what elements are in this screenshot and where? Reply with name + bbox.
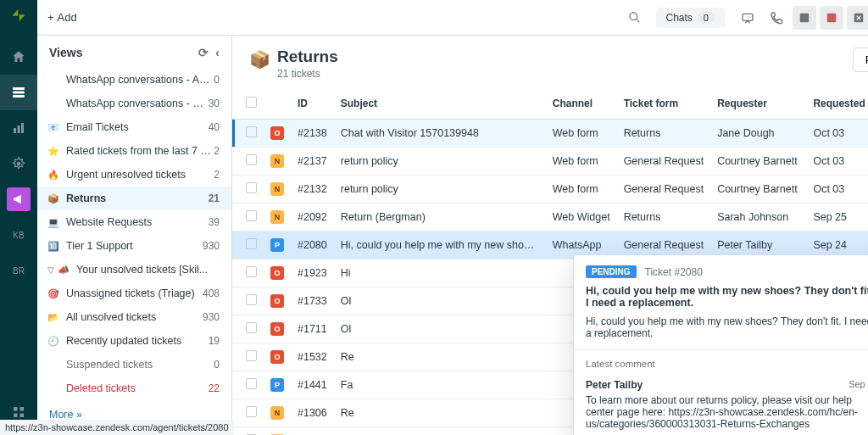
svg-rect-8 — [743, 14, 753, 20]
app-icon-3[interactable] — [847, 6, 868, 30]
page-subtitle: 21 tickets — [277, 68, 338, 80]
popup-author: Peter Tailby — [586, 379, 643, 391]
popup-date: Sep 24 — [849, 379, 868, 391]
status-icon: P — [270, 378, 284, 392]
popup-body: Hi, could you help me with my new shoes?… — [574, 315, 868, 349]
row-checkbox[interactable] — [246, 154, 257, 165]
play-button[interactable]: Play — [853, 47, 868, 72]
nav-views-icon[interactable] — [0, 75, 37, 110]
app-icon-1[interactable] — [793, 6, 816, 30]
svg-point-7 — [630, 13, 637, 20]
nav-reporting-icon[interactable] — [0, 110, 37, 146]
status-icon: N — [270, 154, 284, 168]
view-unassigned[interactable]: 🎯Unassigned tickets (Triage)408 — [37, 282, 231, 305]
view-whatsapp-unassigned[interactable]: WhatsApp conversations - Unass...30 — [37, 92, 231, 115]
view-list: WhatsApp conversations - Assig...0WhatsA… — [37, 68, 231, 435]
table-row[interactable]: O#2138Chat with Visitor 1570139948Web fo… — [232, 120, 868, 148]
col-requester[interactable]: Requester — [710, 88, 806, 120]
view-your-unsolved[interactable]: ▽📣Your unsolved tickets [Skil... — [37, 258, 231, 282]
col-id[interactable]: ID — [291, 88, 334, 120]
row-checkbox[interactable] — [246, 350, 257, 361]
row-checkbox[interactable] — [246, 406, 257, 417]
svg-rect-5 — [21, 123, 24, 133]
status-icon: P — [270, 238, 284, 252]
logo-icon — [10, 7, 27, 24]
table-row[interactable]: N#2092Return (Bergman)Web WidgetReturnsS… — [232, 204, 868, 231]
content-area: 📦 Returns 21 tickets Play ▾ ID — [232, 36, 868, 435]
svg-rect-0 — [13, 87, 25, 90]
status-icon: O — [270, 266, 284, 280]
status-icon: N — [270, 210, 284, 224]
chats-button[interactable]: Chats0 — [656, 8, 725, 28]
view-returns[interactable]: 📦Returns21 — [37, 187, 231, 210]
svg-rect-2 — [13, 95, 25, 98]
table-row[interactable]: N#2132return policyWeb formGeneral Reque… — [232, 176, 868, 204]
svg-rect-4 — [18, 125, 20, 133]
col-subject[interactable]: Subject — [334, 88, 546, 120]
view-deleted[interactable]: Deleted tickets22 — [37, 376, 231, 400]
row-checkbox[interactable] — [246, 294, 257, 305]
view-recent[interactable]: 🕘Recently updated tickets19 — [37, 329, 231, 353]
view-tier1[interactable]: 🔟Tier 1 Support930 — [37, 234, 231, 258]
view-website[interactable]: 💻Website Requests39 — [37, 210, 231, 234]
row-checkbox[interactable] — [246, 266, 257, 277]
phone-icon[interactable] — [764, 5, 789, 31]
row-checkbox[interactable] — [246, 238, 257, 249]
nav-kb-icon[interactable]: KB — [0, 217, 37, 253]
nav-home-icon[interactable] — [0, 39, 37, 75]
nav-marketing-icon[interactable] — [7, 187, 31, 211]
view-suspended[interactable]: Suspended tickets0 — [37, 353, 231, 376]
view-email-tickets[interactable]: 📧Email Tickets40 — [37, 115, 231, 139]
views-sidebar: Views ⟳ ‹ WhatsApp conversations - Assig… — [37, 36, 232, 435]
table-row[interactable]: N#2137return policyWeb formGeneral Reque… — [232, 148, 868, 176]
row-checkbox[interactable] — [246, 126, 257, 137]
search-button[interactable] — [622, 5, 648, 31]
topbar: +Add Chats0 — [37, 0, 868, 36]
collapse-icon[interactable]: ‹ — [215, 46, 220, 59]
col-form[interactable]: Ticket form — [617, 88, 711, 120]
view-whatsapp-assigned[interactable]: WhatsApp conversations - Assig...0 — [37, 68, 231, 92]
returns-icon: 📦 — [249, 49, 270, 70]
nav-admin-icon[interactable] — [0, 146, 37, 181]
row-checkbox[interactable] — [246, 322, 257, 333]
status-badge: PENDING — [586, 265, 637, 278]
views-title: Views — [49, 46, 82, 59]
left-rail: KB BR — [0, 0, 37, 435]
status-icon: O — [270, 350, 284, 364]
status-icon: O — [270, 294, 284, 308]
refresh-icon[interactable]: ⟳ — [198, 46, 209, 59]
status-icon: N — [270, 406, 284, 420]
popup-comment: To learn more about our returns policy, … — [574, 394, 868, 435]
row-checkbox[interactable] — [246, 182, 257, 193]
status-icon: O — [270, 322, 284, 336]
svg-rect-1 — [13, 92, 25, 94]
conversations-icon[interactable] — [735, 5, 760, 31]
view-rated-tickets[interactable]: ⭐Rated tickets from the last 7 d...2 — [37, 139, 231, 163]
col-channel[interactable]: Channel — [546, 88, 617, 120]
add-button[interactable]: +Add — [47, 11, 77, 24]
svg-rect-10 — [827, 13, 837, 22]
nav-br-icon[interactable]: BR — [0, 253, 37, 288]
popup-ticket-id: Ticket #2080 — [645, 266, 703, 278]
status-bar: https://z3n-showcase.zendesk.com/agent/t… — [0, 420, 234, 435]
row-checkbox[interactable] — [246, 378, 257, 389]
select-all-checkbox[interactable] — [246, 97, 257, 108]
popup-latest-label: Latest comment — [574, 349, 868, 374]
status-icon: N — [270, 182, 284, 196]
app-icon-2[interactable] — [820, 6, 843, 30]
page-title: Returns — [277, 47, 338, 66]
status-icon: O — [270, 126, 284, 140]
view-urgent[interactable]: 🔥Urgent unresolved tickets2 — [37, 163, 231, 187]
view-all-unsolved[interactable]: 📂All unsolved tickets930 — [37, 305, 231, 329]
row-checkbox[interactable] — [246, 210, 257, 221]
svg-rect-9 — [800, 13, 810, 22]
popup-subject: Hi, could you help me with my new shoes?… — [574, 285, 868, 315]
col-requested[interactable]: Requested ▾ — [806, 88, 868, 120]
svg-rect-3 — [14, 128, 16, 133]
plus-icon: + — [47, 11, 54, 24]
svg-point-6 — [17, 162, 21, 166]
ticket-preview-popup: PENDING Ticket #2080 Hi, could you help … — [573, 254, 868, 435]
